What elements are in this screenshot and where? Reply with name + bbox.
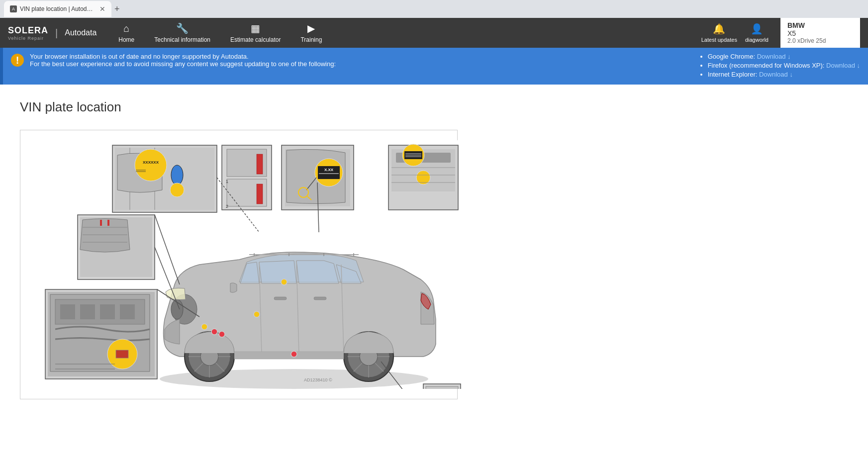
svg-rect-43	[100, 220, 102, 226]
solera-logo: SOLERA Vehicle Repair	[8, 25, 48, 41]
tab-bar: A VIN plate location | Autodata ✕ +	[0, 0, 868, 18]
svg-text:XXXXXX: XXXXXX	[143, 160, 159, 165]
download-chrome: Google Chrome: Download ↓	[708, 53, 860, 60]
alert-line1: Your browser installation is out of date…	[30, 53, 693, 60]
svg-text:AD1238410 ©: AD1238410 ©	[304, 377, 332, 382]
alert-icon: !	[11, 54, 24, 67]
car-model: X5	[787, 29, 853, 37]
nav-estimate[interactable]: ▦ Estimate calculator	[220, 18, 290, 47]
svg-text:X.XX: X.XX	[324, 168, 334, 172]
alert-text: Your browser installation is out of date…	[30, 53, 693, 68]
chrome-download-link[interactable]: Download ↓	[757, 53, 791, 60]
vin-diagram-container: XXXXXX 1 2 X.XX	[20, 130, 458, 399]
browser-tab[interactable]: A VIN plate location | Autodata ✕	[4, 1, 111, 17]
diagworld-button[interactable]: 👤 diagworld	[745, 23, 769, 43]
logo-divider: |	[55, 27, 58, 39]
svg-point-109	[219, 331, 225, 337]
svg-point-107	[211, 329, 217, 335]
svg-rect-51	[120, 304, 135, 319]
svg-rect-57	[426, 386, 458, 389]
logo-area: SOLERA Vehicle Repair | Autodata	[8, 25, 96, 41]
svg-rect-49	[80, 304, 95, 319]
nav-home[interactable]: ⌂ Home	[108, 19, 144, 47]
svg-rect-44	[107, 220, 109, 226]
svg-point-108	[201, 324, 207, 330]
svg-point-106	[281, 279, 287, 285]
home-icon: ⌂	[123, 23, 129, 34]
svg-rect-13	[257, 154, 263, 174]
svg-text:2: 2	[226, 204, 228, 209]
car-make: BMW	[787, 21, 853, 29]
svg-rect-50	[100, 304, 115, 319]
svg-rect-53	[116, 350, 128, 358]
user-icon: 👤	[751, 23, 763, 35]
nav-home-label: Home	[118, 36, 134, 43]
updates-label: Latest updates	[701, 37, 737, 43]
diagworld-label: diagworld	[745, 37, 769, 43]
bell-icon: 🔔	[713, 23, 725, 35]
nav-items: ⌂ Home 🔧 Technical information ▦ Estimat…	[108, 18, 701, 47]
main-content: VIN plate location XXXXXX	[0, 85, 868, 462]
wrench-icon: 🔧	[176, 22, 189, 34]
vin-diagram-svg: XXXXXX 1 2 X.XX	[30, 140, 463, 389]
svg-point-5	[135, 149, 167, 181]
alert-bar: ! Your browser installation is out of da…	[0, 48, 868, 85]
nav-technical[interactable]: 🔧 Technical information	[144, 18, 220, 47]
tab-close-button[interactable]: ✕	[99, 5, 105, 13]
download-ie: Internet Explorer: Download ↓	[708, 71, 860, 78]
tab-title: VIN plate location | Autodata	[20, 5, 95, 12]
alert-downloads: Google Chrome: Download ↓ Firefox (recom…	[699, 53, 860, 80]
autodata-logo: Autodata	[65, 28, 96, 37]
nav-estimate-label: Estimate calculator	[230, 36, 281, 43]
ie-download-link[interactable]: Download ↓	[759, 71, 793, 78]
nav-technical-label: Technical information	[154, 36, 210, 43]
firefox-download-link[interactable]: Download ↓	[826, 62, 860, 69]
svg-rect-48	[60, 304, 75, 319]
svg-text:1: 1	[226, 179, 228, 184]
tab-favicon: A	[10, 5, 17, 12]
svg-line-101	[155, 215, 180, 284]
download-firefox: Firefox (recommended for Windows XP): Do…	[708, 62, 860, 69]
navbar: SOLERA Vehicle Repair | Autodata ⌂ Home …	[0, 18, 868, 48]
car-engine: 2.0 xDrive 25d	[787, 37, 853, 44]
svg-line-102	[155, 247, 180, 309]
calculator-icon: ▦	[251, 22, 260, 34]
latest-updates-button[interactable]: 🔔 Latest updates	[701, 23, 737, 43]
car-info: BMW X5 2.0 xDrive 25d	[780, 18, 860, 48]
play-icon: ▶	[307, 22, 315, 34]
svg-rect-73	[314, 297, 326, 300]
page-title: VIN plate location	[20, 99, 848, 115]
svg-point-111	[291, 351, 297, 357]
svg-point-4	[171, 165, 183, 185]
svg-rect-72	[274, 297, 287, 300]
nav-right: 🔔 Latest updates 👤 diagworld BMW X5 2.0 …	[701, 18, 860, 48]
alert-line2: For the best user experience and to avoi…	[30, 60, 693, 68]
new-tab-button[interactable]: +	[112, 4, 122, 14]
svg-rect-14	[257, 184, 263, 204]
svg-point-9	[170, 183, 184, 197]
nav-training-label: Training	[300, 36, 322, 43]
svg-point-110	[254, 311, 260, 317]
nav-training[interactable]: ▶ Training	[290, 18, 332, 47]
